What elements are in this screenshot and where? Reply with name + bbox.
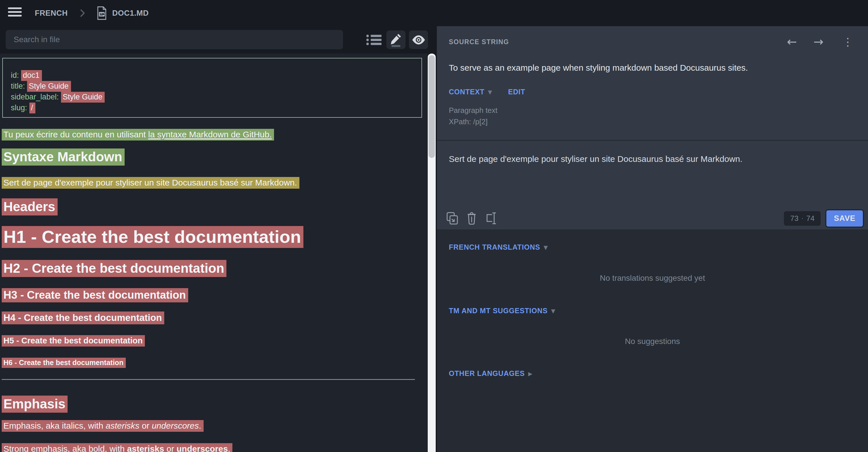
untranslated-string[interactable]: H2 - Create the best documentation: [2, 260, 226, 277]
horizontal-rule: [2, 379, 415, 380]
divider: [437, 140, 868, 141]
source-char-count: 73: [790, 214, 799, 223]
other-languages-label: OTHER LANGUAGES: [449, 369, 525, 378]
caret-down-icon: ▼: [551, 308, 555, 314]
doc-paragraph: Tu peux écrire du contenu en utilisant l…: [2, 129, 422, 140]
doc-paragraph: Sert de page d'exemple pour styliser un …: [2, 177, 422, 188]
document-preview: id: doc1 title: Style Guide sidebar_labe…: [0, 54, 428, 452]
scrollbar-track[interactable]: [428, 54, 436, 452]
strings-list-button[interactable]: [366, 33, 381, 46]
paragraph-segment-italic: underscores: [152, 421, 199, 430]
context-type: Paragraph text: [449, 105, 856, 116]
untranslated-string[interactable]: H1 - Create the best documentation: [2, 226, 303, 248]
translated-string[interactable]: Syntaxe Markdown: [2, 149, 125, 166]
paragraph-segment: Emphasis, aka italics, with: [3, 421, 105, 430]
context-toggle[interactable]: CONTEXT: [449, 88, 485, 96]
source-string-panel: SOURCE STRING ← → ⋮ To serve as an examp…: [437, 26, 868, 229]
untranslated-string[interactable]: H5 - Create the best documentation: [2, 335, 145, 347]
untranslated-string[interactable]: H4 - Create the best documentation: [2, 312, 164, 324]
selected-string[interactable]: Sert de page d'exemple pour styliser un …: [2, 177, 300, 189]
context-xpath: XPath: /p[2]: [449, 116, 856, 127]
translations-empty-state: No translations suggested yet: [449, 273, 856, 283]
frontmatter-line: sidebar_label: Style Guide: [11, 92, 413, 102]
frontmatter-value-string[interactable]: Style Guide: [27, 81, 71, 92]
character-counter: 73 · 74: [784, 211, 821, 226]
frontmatter-line: title: Style Guide: [11, 80, 413, 92]
doc-heading-2: Headers: [2, 199, 422, 215]
menu-button[interactable]: [8, 7, 22, 18]
preview-mode-button[interactable]: [409, 31, 428, 49]
paragraph-segment: or: [164, 444, 177, 452]
copy-source-button[interactable]: [446, 212, 458, 225]
tm-suggestions-label: TM AND MT SUGGESTIONS: [449, 306, 548, 315]
translated-string[interactable]: Tu peux écrire du contenu en utilisant l…: [2, 129, 274, 140]
breadcrumb: FRENCH M DOC1.MD: [35, 0, 149, 26]
untranslated-string[interactable]: H3 - Create the best documentation: [2, 288, 188, 302]
doc-heading-1: H1 - Create the best documentation: [2, 226, 422, 247]
tm-suggestions-toggle[interactable]: TM AND MT SUGGESTIONS ▼: [449, 306, 856, 315]
doc-heading-6: H6 - Create the best documentation: [2, 358, 422, 367]
doc-link: la syntaxe Markdown de GitHub.: [148, 130, 272, 139]
edit-context-button[interactable]: EDIT: [508, 88, 525, 96]
french-translations-label: FRENCH TRANSLATIONS: [449, 243, 540, 251]
frontmatter-key: title:: [11, 82, 27, 90]
frontmatter-value-string[interactable]: doc1: [21, 70, 42, 81]
eye-icon: [412, 35, 426, 45]
source-string-label: SOURCE STRING: [449, 38, 785, 46]
untranslated-string[interactable]: H6 - Create the best documentation: [2, 358, 126, 368]
counter-separator: ·: [801, 215, 803, 222]
doc-heading-2: Emphasis: [2, 396, 422, 412]
copy-icon: [446, 212, 458, 225]
frontmatter-key: id:: [11, 71, 21, 79]
doc-heading-4: H4 - Create the best documentation: [2, 312, 422, 323]
frontmatter-value-string[interactable]: /: [29, 103, 36, 114]
frontmatter-key: sidebar_label:: [11, 93, 61, 101]
left-topbar: FRENCH M DOC1.MD: [0, 0, 437, 26]
save-button[interactable]: SAVE: [825, 209, 864, 228]
source-string-text: To serve as an example page when styling…: [449, 63, 856, 73]
markdown-file-icon: M: [96, 6, 108, 20]
select-text-button[interactable]: [485, 212, 497, 225]
edit-mode-button[interactable]: [386, 31, 405, 49]
context-meta: Paragraph text XPath: /p[2]: [449, 105, 856, 127]
suggestions-panel: FRENCH TRANSLATIONS ▼ No translations su…: [437, 229, 868, 452]
breadcrumb-project[interactable]: FRENCH: [35, 9, 68, 18]
translation-char-count: 74: [806, 214, 815, 223]
untranslated-string[interactable]: Emphasis: [2, 395, 68, 413]
file-toolbar: [0, 30, 437, 49]
translation-textarea[interactable]: Sert de page d'exemple pour styliser un …: [449, 154, 856, 185]
hamburger-icon: [8, 7, 22, 17]
translation-toolbar: 73 · 74 SAVE: [446, 208, 864, 228]
caret-down-icon: ▼: [544, 244, 548, 251]
scrollbar-thumb[interactable]: [429, 55, 435, 158]
previous-string-button[interactable]: ←: [785, 37, 799, 47]
paragraph-segment: Strong emphasis, aka bold, with: [3, 444, 127, 452]
untranslated-string[interactable]: Strong emphasis, aka bold, with asterisk…: [2, 443, 232, 452]
caret-down-icon: ▼: [488, 89, 492, 95]
frontmatter-block: id: doc1 title: Style Guide sidebar_labe…: [2, 58, 422, 118]
trash-icon: [467, 212, 476, 225]
text-selection-icon: [485, 212, 497, 225]
doc-paragraph: Emphasis, aka italics, with asterisks or…: [2, 420, 422, 431]
doc-paragraph: Strong emphasis, aka bold, with asterisk…: [2, 443, 422, 452]
frontmatter-line: id: doc1: [11, 70, 413, 80]
frontmatter-key: slug:: [11, 103, 29, 112]
context-row: CONTEXT ▼ EDIT: [449, 88, 856, 96]
untranslated-string[interactable]: Emphasis, aka italics, with asterisks or…: [2, 420, 204, 432]
next-string-button[interactable]: →: [811, 37, 826, 47]
paragraph-segment: .: [199, 421, 201, 430]
other-languages-toggle[interactable]: OTHER LANGUAGES ▶: [449, 369, 856, 378]
delete-translation-button[interactable]: [466, 212, 477, 225]
breadcrumb-file[interactable]: DOC1.MD: [112, 9, 149, 18]
paragraph-segment: Tu peux écrire du contenu en utilisant: [3, 130, 148, 139]
untranslated-string[interactable]: Headers: [2, 198, 58, 216]
frontmatter-value-string[interactable]: Style Guide: [61, 92, 105, 103]
french-translations-toggle[interactable]: FRENCH TRANSLATIONS ▼: [449, 243, 856, 251]
paragraph-segment-bold: asterisks: [127, 444, 164, 452]
paragraph-segment-bold: underscores: [177, 444, 228, 452]
more-menu-button[interactable]: ⋮: [841, 37, 855, 47]
doc-heading-3: H3 - Create the best documentation: [2, 288, 422, 302]
doc-heading-5: H5 - Create the best documentation: [2, 336, 422, 346]
paragraph-segment-italic: asterisks: [105, 421, 139, 430]
search-input[interactable]: [6, 30, 343, 49]
